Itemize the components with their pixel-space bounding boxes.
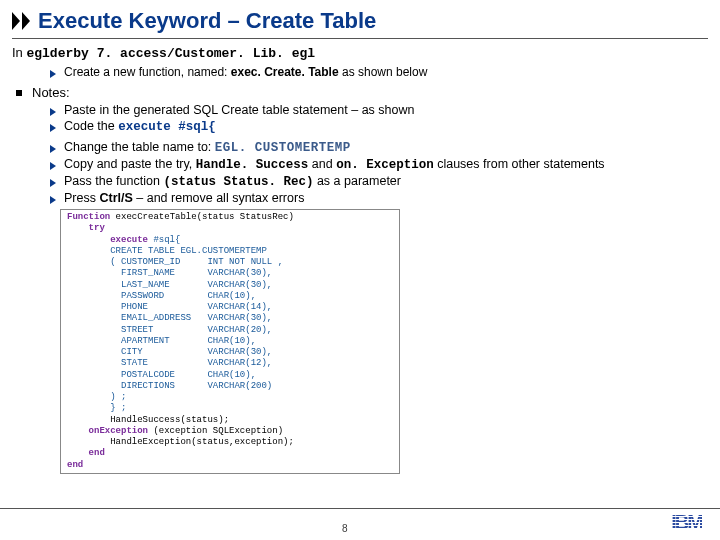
ibm-logo: IBM (671, 511, 702, 534)
fast-forward-icon (12, 12, 32, 30)
divider (12, 38, 708, 39)
bullet-icon (50, 145, 56, 153)
notes-list: Paste in the generated SQL Create table … (50, 103, 708, 205)
page-number: 8 (342, 523, 348, 534)
notes-label: Notes: (32, 85, 70, 100)
bullet-icon (50, 196, 56, 204)
bullet-icon (50, 70, 56, 78)
bullet-icon (50, 108, 56, 116)
notes-item: Pass the function (status Status. Rec) a… (50, 174, 708, 189)
code-sample: Function execCreateTable(status StatusRe… (60, 209, 400, 474)
note-text: Code the execute #sql{ (64, 119, 216, 134)
in-prefix: In (12, 45, 23, 60)
notes-item: Copy and paste the try, Handle. Success … (50, 157, 708, 172)
notes-item: Paste in the generated SQL Create table … (50, 103, 708, 117)
note-text: Pass the function (status Status. Rec) a… (64, 174, 401, 189)
notes-item: Change the table name to: EGL. CUSTOMERT… (50, 140, 708, 155)
note-text: Copy and paste the try, Handle. Success … (64, 157, 605, 172)
note-text: Press Ctrl/S – and remove all syntax err… (64, 191, 304, 205)
create-function-text: Create a new function, named: exec. Crea… (64, 65, 427, 79)
note-text: Change the table name to: EGL. CUSTOMERT… (64, 140, 351, 155)
notes-item: Press Ctrl/S – and remove all syntax err… (50, 191, 708, 205)
bullet-icon (50, 124, 56, 132)
note-text: Paste in the generated SQL Create table … (64, 103, 414, 117)
notes-item: Code the execute #sql{ (50, 119, 708, 134)
notes-heading-row: Notes: (12, 85, 708, 100)
context-line: In eglderby 7. access/Customer. Lib. egl (12, 45, 708, 61)
bullet-icon (50, 179, 56, 187)
square-bullet-icon (16, 90, 22, 96)
file-path: eglderby 7. access/Customer. Lib. egl (26, 46, 315, 61)
create-function-line: Create a new function, named: exec. Crea… (50, 65, 708, 79)
slide-title: Execute Keyword – Create Table (38, 8, 376, 34)
bullet-icon (50, 162, 56, 170)
title-row: Execute Keyword – Create Table (12, 8, 708, 34)
footer: 8 IBM (0, 508, 720, 534)
slide-root: Execute Keyword – Create Table In eglder… (0, 0, 720, 540)
